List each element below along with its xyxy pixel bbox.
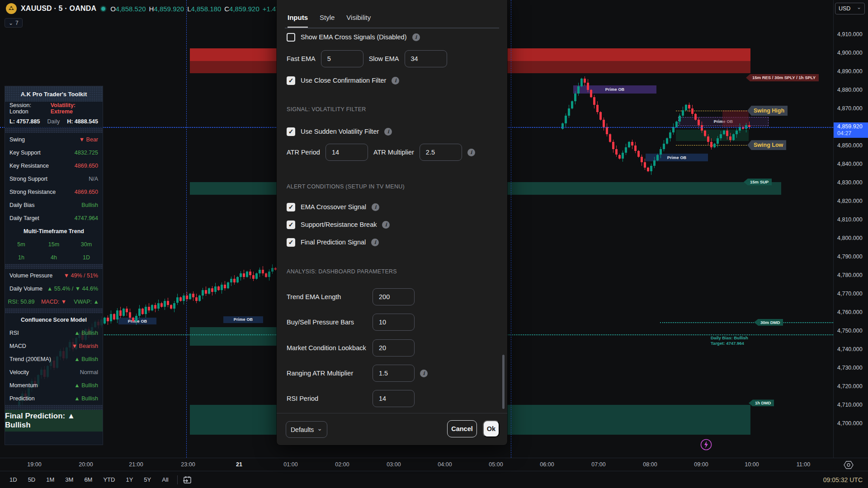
checkbox-checked[interactable]	[287, 203, 295, 211]
time-axis-label: 20:00	[79, 461, 93, 468]
info-icon[interactable]: i	[382, 221, 390, 229]
checkbox-checked[interactable]	[287, 127, 295, 136]
time-axis[interactable]: 19:0020:0021:0023:002101:0002:0003:0004:…	[0, 458, 868, 471]
number-input[interactable]: 14	[326, 144, 368, 161]
legend-collapse-toggle[interactable]: ⌄ 7	[5, 18, 23, 28]
range-button-6m[interactable]: 6M	[80, 474, 96, 485]
price-axis-label: 4,910.000	[837, 31, 863, 38]
candle	[631, 142, 633, 145]
dialog-scrollbar[interactable]	[502, 355, 505, 409]
range-button-5d[interactable]: 5D	[24, 474, 40, 485]
info-icon[interactable]: i	[412, 33, 420, 41]
number-input[interactable]: 1.5	[373, 365, 415, 382]
range-button-5y[interactable]: 5Y	[140, 474, 155, 485]
prime-ob-purple: Prime OB	[573, 85, 656, 94]
defaults-dropdown[interactable]: Defaults	[286, 421, 327, 438]
candle	[230, 279, 232, 282]
candle	[110, 314, 112, 321]
oscillator-cell: RSI: 50.89	[5, 299, 38, 305]
swing-high-line	[676, 111, 747, 111]
market-status-icon[interactable]	[100, 5, 107, 12]
zone-label: Prime OB	[234, 317, 253, 322]
ohlc-values: O4,858.520 H4,859.920 L4,858.180 C4,859.…	[110, 5, 292, 13]
candle	[255, 273, 258, 279]
metric-label: Daily Bias	[9, 202, 35, 208]
daily-high: H: 4888.545	[67, 118, 98, 125]
candle	[151, 305, 153, 310]
confluence-row: VelocityNormal	[5, 366, 103, 379]
range-button-1d[interactable]: 1D	[5, 474, 21, 485]
symbol-title[interactable]: XAUUSD · 5 · OANDA	[21, 5, 96, 13]
input-label: Ranging ATR Multiplier	[287, 370, 367, 377]
range-button-1m[interactable]: 1M	[42, 474, 58, 485]
tab-style[interactable]: Style	[320, 14, 335, 28]
info-icon[interactable]: i	[420, 370, 428, 377]
lightning-indicator-icon[interactable]	[700, 439, 712, 450]
level-row: Strong Resistance4869.650	[5, 185, 103, 198]
number-input[interactable]: 2.5	[420, 144, 462, 161]
pressure-row: Volume Pressure▼ 49% / 51%	[5, 269, 103, 282]
checkbox-checked[interactable]	[287, 238, 295, 247]
metric-label: Prediction	[9, 395, 35, 402]
candle	[593, 97, 595, 104]
daily-bias-note: Daily Bias: BullishTarget: 4747.964	[711, 335, 748, 346]
number-input[interactable]: 5	[321, 50, 363, 67]
candle	[723, 131, 725, 134]
symbol-legend[interactable]: XAUUSD · 5 · OANDA O4,858.520 H4,859.920…	[5, 3, 292, 14]
candle	[214, 286, 217, 292]
candle	[160, 303, 163, 307]
range-button-3m[interactable]: 3M	[61, 474, 77, 485]
input-value: 14	[332, 149, 339, 156]
input-value: 1.5	[379, 370, 388, 377]
session-settings-icon[interactable]	[844, 460, 854, 469]
candle	[104, 318, 106, 323]
checkbox-label: Use Sudden Volatility Filter	[301, 128, 379, 135]
range-button-all[interactable]: All	[158, 474, 172, 485]
number-input[interactable]: 34	[405, 50, 447, 67]
chevron-down-icon	[317, 426, 322, 433]
number-input[interactable]: 200	[373, 288, 415, 305]
metric-value: ▲ Bullish	[74, 356, 98, 362]
metric-label: MACD	[9, 343, 26, 349]
section-heading: SIGNAL: VOLATILITY FILTER	[287, 101, 499, 118]
range-button-1y[interactable]: 1Y	[122, 474, 137, 485]
candle	[205, 290, 207, 294]
level-row: Swing▼ Bear	[5, 133, 103, 146]
ok-button[interactable]: Ok	[483, 420, 500, 437]
candle	[170, 305, 172, 309]
checkbox-row: Show EMA Cross Signals (Disabled)i	[287, 28, 499, 46]
checkbox-checked[interactable]	[287, 76, 295, 85]
number-input[interactable]: 10	[373, 314, 415, 331]
candle	[211, 288, 213, 292]
candle	[129, 312, 131, 318]
info-icon[interactable]: i	[372, 203, 379, 211]
param-row: Ranging ATR Multiplier1.5i	[287, 365, 499, 382]
currency-selector[interactable]: USD	[835, 3, 865, 14]
checkbox-checked[interactable]	[287, 221, 295, 229]
candle	[656, 155, 659, 160]
price-axis[interactable]: USD 4,910.0004,900.0004,890.0004,880.000…	[833, 0, 868, 458]
go-to-date-calendar-icon[interactable]	[182, 475, 192, 485]
candle	[628, 142, 630, 147]
tab-inputs[interactable]: Inputs	[288, 14, 308, 28]
toolkit-title: A.K Pro Trader's Toolkit	[5, 86, 103, 102]
tab-visibility[interactable]: Visibility	[346, 14, 371, 28]
info-icon[interactable]: i	[371, 239, 379, 246]
candle	[644, 162, 646, 168]
cancel-button[interactable]: Cancel	[447, 420, 477, 437]
range-button-ytd[interactable]: YTD	[99, 474, 119, 485]
candle	[599, 112, 602, 119]
session-separator-1	[186, 0, 187, 458]
utc-clock[interactable]: 09:05:32 UTC	[823, 476, 863, 483]
metric-label: Velocity	[9, 369, 29, 375]
candle	[603, 120, 605, 127]
checkbox-unchecked[interactable]	[287, 33, 295, 42]
info-icon[interactable]: i	[392, 77, 399, 84]
info-icon[interactable]: i	[467, 149, 475, 156]
candle	[224, 285, 226, 288]
number-input[interactable]: 20	[373, 339, 415, 357]
metric-value: ▼ Bearish	[72, 343, 98, 349]
number-input[interactable]: 14	[373, 390, 415, 407]
candle	[574, 94, 576, 101]
info-icon[interactable]: i	[384, 128, 392, 136]
